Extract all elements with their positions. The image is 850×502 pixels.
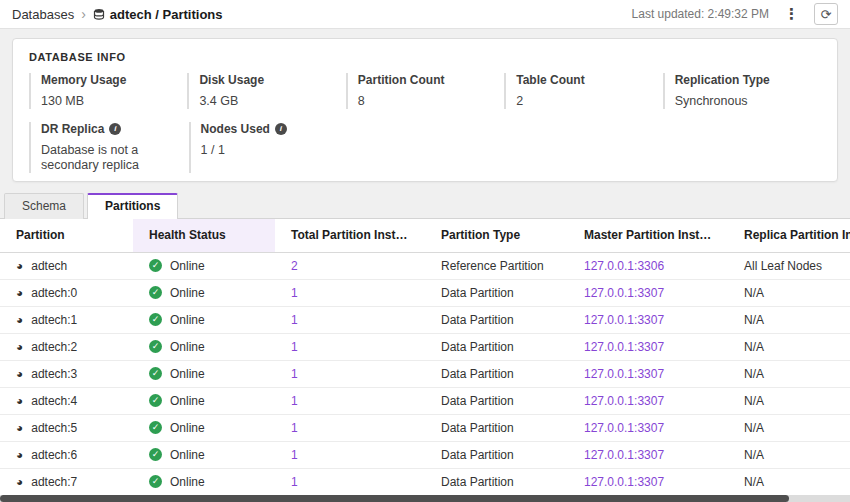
total-instances-link[interactable]: 2: [291, 259, 298, 273]
check-circle-icon: ✓: [149, 448, 162, 461]
total-instances-cell: 1: [275, 387, 425, 414]
stat-table-count: Table Count 2: [504, 73, 656, 109]
partition-cell: ◕ adtech:4: [0, 387, 133, 414]
health-status-cell: ✓ Online: [133, 306, 275, 333]
partition-name: adtech:1: [31, 313, 77, 327]
master-instance-cell: 127.0.0.1:3307: [568, 279, 728, 306]
master-instance-link[interactable]: 127.0.0.1:3307: [584, 340, 664, 354]
partition-cell: ◕ adtech:1: [0, 306, 133, 333]
table-row: ◕ adtech:0 ✓ Online 1 Data Partition 127…: [0, 279, 850, 306]
check-circle-icon: ✓: [149, 340, 162, 353]
health-status-cell: ✓ Online: [133, 279, 275, 306]
column-header-partition[interactable]: Partition: [0, 219, 133, 252]
replica-instance-cell: N/A: [728, 333, 850, 360]
replica-instance-cell: N/A: [728, 441, 850, 468]
partition-name: adtech: [31, 259, 67, 273]
stat-label: DR Replica i: [41, 122, 183, 136]
partition-type-cell: Reference Partition: [425, 252, 568, 279]
stat-value: 130 MB: [41, 94, 181, 109]
card-title: DATABASE INFO: [29, 51, 821, 63]
stat-memory-usage: Memory Usage 130 MB: [29, 73, 181, 109]
column-header-master-instance[interactable]: Master Partition Instance ...: [568, 219, 728, 252]
master-instance-cell: 127.0.0.1:3307: [568, 414, 728, 441]
partition-cell: ◕ adtech:0: [0, 279, 133, 306]
stat-nodes-used: Nodes Used i 1 / 1: [189, 122, 343, 173]
info-icon[interactable]: i: [109, 123, 121, 135]
check-circle-icon: ✓: [149, 286, 162, 299]
horizontal-scrollbar-thumb[interactable]: [0, 495, 789, 502]
stat-value: Synchronous: [675, 94, 815, 109]
master-instance-link[interactable]: 127.0.0.1:3307: [584, 394, 664, 408]
pie-chart-icon: ◕: [16, 287, 23, 299]
page-title: adtech / Partitions: [110, 7, 223, 22]
total-instances-link[interactable]: 1: [291, 421, 298, 435]
replica-instance-cell: N/A: [728, 414, 850, 441]
total-instances-link[interactable]: 1: [291, 313, 298, 327]
partitions-table-container: Partition Health Status Total Partition …: [0, 219, 850, 496]
partition-cell: ◕ adtech: [0, 252, 133, 279]
pie-chart-icon: ◕: [16, 395, 23, 407]
master-instance-link[interactable]: 127.0.0.1:3307: [584, 421, 664, 435]
total-instances-cell: 1: [275, 279, 425, 306]
partition-name: adtech:3: [31, 367, 77, 381]
total-instances-link[interactable]: 1: [291, 448, 298, 462]
partition-cell: ◕ adtech:3: [0, 360, 133, 387]
pie-chart-icon: ◕: [16, 314, 23, 326]
stat-spacer: [663, 122, 815, 173]
stat-replication-type: Replication Type Synchronous: [663, 73, 815, 109]
master-instance-link[interactable]: 127.0.0.1:3306: [584, 259, 664, 273]
kebab-menu-icon[interactable]: ⋮: [781, 5, 802, 23]
partition-name: adtech:4: [31, 394, 77, 408]
total-instances-link[interactable]: 1: [291, 286, 298, 300]
table-row: ◕ adtech:7 ✓ Online 1 Data Partition 127…: [0, 468, 850, 495]
partition-type-cell: Data Partition: [425, 414, 568, 441]
health-status-text: Online: [170, 340, 205, 354]
check-circle-icon: ✓: [149, 259, 162, 272]
column-header-replica-instance[interactable]: Replica Partition Instance ...: [728, 219, 850, 252]
stat-label: Disk Usage: [199, 73, 339, 87]
master-instance-link[interactable]: 127.0.0.1:3307: [584, 448, 664, 462]
health-status-text: Online: [170, 421, 205, 435]
partition-cell: ◕ adtech:2: [0, 333, 133, 360]
partition-cell: ◕ adtech:5: [0, 414, 133, 441]
total-instances-link[interactable]: 1: [291, 367, 298, 381]
refresh-button[interactable]: ⟳: [814, 3, 838, 25]
master-instance-link[interactable]: 127.0.0.1:3307: [584, 286, 664, 300]
replica-instance-cell: N/A: [728, 306, 850, 333]
check-circle-icon: ✓: [149, 367, 162, 380]
master-instance-cell: 127.0.0.1:3306: [568, 252, 728, 279]
column-header-health-status[interactable]: Health Status: [133, 219, 275, 252]
breadcrumb-databases[interactable]: Databases: [12, 7, 74, 22]
tab-schema[interactable]: Schema: [4, 193, 84, 219]
partition-name: adtech:0: [31, 286, 77, 300]
stat-label: Partition Count: [358, 73, 498, 87]
health-status-cell: ✓ Online: [133, 360, 275, 387]
stat-spacer: [506, 122, 658, 173]
partition-type-cell: Data Partition: [425, 387, 568, 414]
pie-chart-icon: ◕: [16, 476, 23, 488]
info-icon[interactable]: i: [275, 123, 287, 135]
master-instance-link[interactable]: 127.0.0.1:3307: [584, 367, 664, 381]
total-instances-link[interactable]: 1: [291, 340, 298, 354]
master-instance-cell: 127.0.0.1:3307: [568, 387, 728, 414]
table-row: ◕ adtech:6 ✓ Online 1 Data Partition 127…: [0, 441, 850, 468]
health-status-cell: ✓ Online: [133, 414, 275, 441]
stat-value: 8: [358, 94, 498, 109]
master-instance-link[interactable]: 127.0.0.1:3307: [584, 313, 664, 327]
master-instance-link[interactable]: 127.0.0.1:3307: [584, 475, 664, 489]
column-header-partition-type[interactable]: Partition Type: [425, 219, 568, 252]
total-instances-link[interactable]: 1: [291, 475, 298, 489]
table-row: ◕ adtech ✓ Online 2 Reference Partition …: [0, 252, 850, 279]
pie-chart-icon: ◕: [16, 260, 23, 272]
stats-row-2: DR Replica i Database is not a secondary…: [29, 122, 821, 173]
total-instances-link[interactable]: 1: [291, 394, 298, 408]
tab-partitions[interactable]: Partitions: [87, 193, 178, 219]
partition-cell: ◕ adtech:7: [0, 468, 133, 495]
partition-cell: ◕ adtech:6: [0, 441, 133, 468]
content-area: DATABASE INFO Memory Usage 130 MB Disk U…: [0, 29, 850, 192]
health-status-cell: ✓ Online: [133, 468, 275, 495]
health-status-text: Online: [170, 475, 205, 489]
column-header-total-instances[interactable]: Total Partition Instances: [275, 219, 425, 252]
partition-type-cell: Data Partition: [425, 468, 568, 495]
horizontal-scrollbar-track[interactable]: [0, 495, 850, 502]
